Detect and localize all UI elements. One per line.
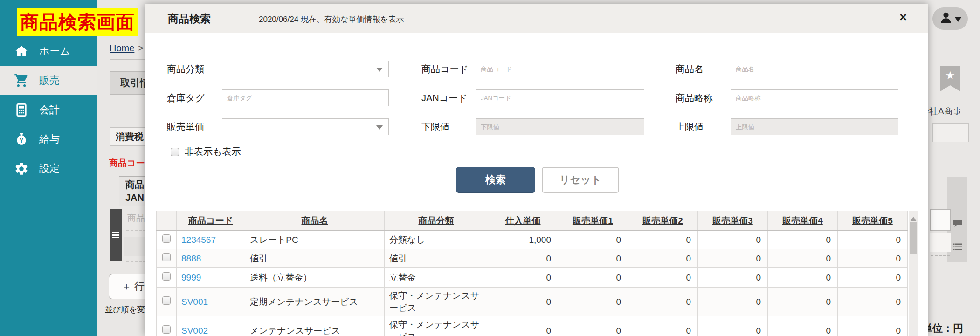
form-group: 下限値 [421, 118, 645, 135]
breadcrumb: Home> [110, 43, 144, 54]
sidebar-item-settings[interactable]: 設定 [0, 154, 97, 183]
cell-unit2: 0 [628, 316, 698, 336]
product-code-link[interactable]: SV002 [181, 326, 208, 336]
sidebar-item-home[interactable]: ホーム [0, 36, 97, 66]
sort-header-unit2[interactable]: 販売単価2 [642, 216, 683, 226]
divider [110, 59, 145, 60]
field-label: 商品コード [421, 61, 469, 77]
sidebar-item-label: 給与 [39, 132, 60, 146]
cell-unit5: 0 [838, 288, 908, 316]
field-label: 倉庫タグ [167, 89, 205, 106]
select-column-header [157, 211, 177, 231]
scroll-up-icon[interactable] [910, 213, 917, 221]
table-scrollbar[interactable] [909, 211, 918, 336]
jan-code-input[interactable] [476, 89, 644, 106]
close-button[interactable]: × [899, 10, 907, 25]
sidebar-item-sales[interactable]: 販売 [0, 66, 97, 95]
cell-product-name: メンテナンスサービス [245, 316, 385, 336]
show-hidden-checkbox[interactable]: 非表示も表示 [171, 145, 241, 158]
product-code-link[interactable]: 1234567 [181, 235, 216, 245]
product-code-link[interactable]: 8888 [181, 254, 201, 263]
row-checkbox[interactable] [162, 296, 171, 305]
cell-unit4: 0 [768, 316, 838, 336]
cell-unit1: 0 [558, 249, 628, 268]
cell-unit4: 0 [768, 288, 838, 316]
sort-header-unit3[interactable]: 販売単価3 [712, 216, 753, 226]
cart-icon [14, 73, 29, 88]
star-icon: ★ [945, 69, 955, 82]
grid-header-line2: JAN [125, 191, 145, 204]
table-row: 9999 送料（立替金） 立替金 0 0 0 0 0 0 [157, 268, 908, 288]
user-menu-button[interactable] [932, 7, 968, 30]
reset-button[interactable]: リセット [542, 167, 619, 193]
cell-unit5: 0 [838, 316, 908, 336]
product-code-required-label: 商品コード [109, 157, 145, 169]
cell-unit4: 0 [768, 231, 838, 249]
cell-unit2: 0 [628, 231, 698, 249]
cell-cost: 0 [488, 249, 558, 268]
product-code-input[interactable] [476, 61, 644, 77]
sidebar-nav: ホーム 販売 会計 ¥ 給与 [0, 36, 97, 183]
product-code-link[interactable]: SV001 [181, 297, 208, 307]
cell-product-name: 送料（立替金） [245, 268, 385, 288]
sort-header-unit5[interactable]: 販売単価5 [852, 216, 893, 226]
home-icon [14, 44, 29, 59]
sidebar-item-payroll[interactable]: ¥ 給与 [0, 124, 97, 154]
scrollbar-thumb[interactable] [910, 222, 917, 254]
modal-title: 商品検索 [168, 12, 211, 26]
search-button[interactable]: 検索 [456, 167, 535, 193]
sidebar-item-label: 販売 [39, 74, 60, 88]
form-group: 倉庫タグ [167, 89, 391, 106]
row-checkbox[interactable] [162, 234, 171, 243]
list-icon[interactable] [952, 241, 963, 253]
row-drag-handle[interactable] [110, 209, 122, 261]
transaction-tab-button[interactable]: 取引情 [110, 71, 145, 95]
product-abbr-input[interactable] [731, 89, 898, 106]
warehouse-tag-input[interactable] [222, 89, 389, 106]
background-page-right: ★ 会社A商事 単位：円 [928, 0, 980, 336]
background-page-left: Home> 取引情 消費税 商品コード 商品 JAN 商品 ＋ 行 並び順を変 [97, 0, 145, 336]
cell-unit5: 0 [838, 249, 908, 268]
cell-unit5: 0 [838, 268, 908, 288]
dropdown-caret-icon [376, 125, 383, 133]
field-label: 下限値 [421, 118, 449, 135]
cell-cost: 0 [488, 288, 558, 316]
sales-price-select[interactable] [222, 118, 389, 135]
caret-down-icon [955, 17, 961, 25]
cell-unit2: 0 [628, 288, 698, 316]
background-grid-input: 商品 [127, 212, 145, 224]
row-checkbox[interactable] [162, 253, 171, 261]
cell-unit3: 0 [698, 316, 768, 336]
add-row-button[interactable]: ＋ 行 [109, 274, 145, 299]
lower-limit-input[interactable] [476, 118, 644, 135]
cell-unit2: 0 [628, 249, 698, 268]
form-group: JANコード [421, 89, 645, 106]
results-table: 商品コード 商品名 商品分類 仕入単価 販売単価1 販売単価2 販売単価3 販売… [156, 211, 908, 336]
comment-icon[interactable] [952, 218, 963, 229]
sort-header-unit1[interactable]: 販売単価1 [573, 216, 613, 226]
sort-header-unit4[interactable]: 販売単価4 [782, 216, 823, 226]
sort-header-code[interactable]: 商品コード [188, 216, 233, 226]
field-label: 商品分類 [167, 61, 204, 77]
favorite-bookmark-icon[interactable]: ★ [940, 66, 960, 91]
money-bag-icon: ¥ [14, 132, 29, 147]
upper-limit-input[interactable] [731, 118, 898, 135]
sort-header-name[interactable]: 商品名 [302, 216, 328, 226]
table-row: 1234567 スレートPC 分類なし 1,000 0 0 0 0 0 [157, 231, 908, 249]
cell-unit4: 0 [768, 268, 838, 288]
sort-header-cost[interactable]: 仕入単価 [505, 216, 541, 226]
sidebar-item-accounting[interactable]: 会計 [0, 95, 97, 124]
row-checkbox[interactable] [162, 272, 171, 281]
form-group: 上限値 [676, 118, 899, 135]
grid-header-line1: 商品 [125, 178, 145, 191]
sort-header-category[interactable]: 商品分類 [419, 216, 454, 226]
cell-cost: 0 [488, 316, 558, 336]
product-name-input[interactable] [731, 61, 898, 77]
divider [126, 230, 145, 231]
cell-unit1: 0 [558, 268, 628, 288]
row-checkbox[interactable] [162, 325, 171, 334]
breadcrumb-home-link[interactable]: Home [110, 43, 134, 53]
field-label: 上限値 [676, 118, 704, 135]
product-category-select[interactable] [222, 61, 389, 77]
product-code-link[interactable]: 9999 [181, 273, 201, 282]
